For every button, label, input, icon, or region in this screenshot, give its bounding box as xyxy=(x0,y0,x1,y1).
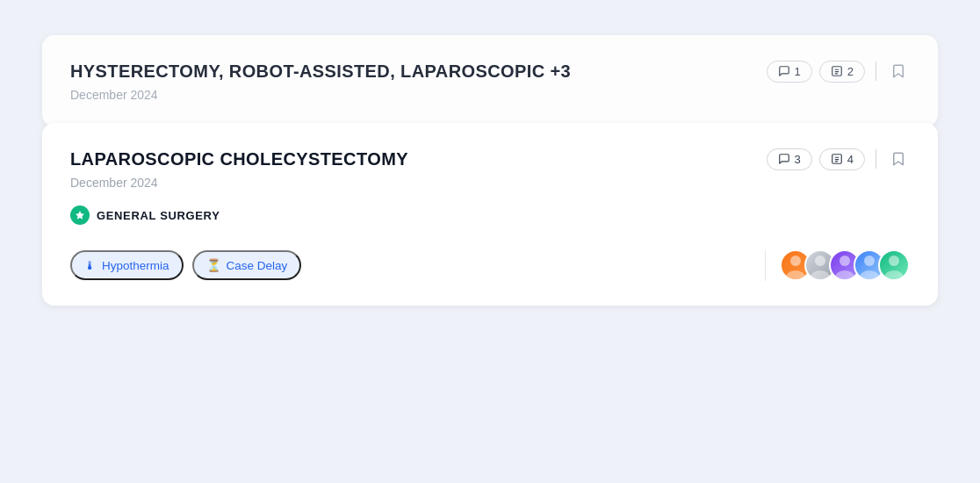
svg-point-10 xyxy=(786,270,805,279)
card-title-hysterectomy: HYSTERECTOMY, ROBOT-ASSISTED, LAPAROSCOP… xyxy=(70,61,571,82)
svg-marker-8 xyxy=(76,211,84,220)
comments-count-main: 3 xyxy=(795,153,801,166)
svg-point-12 xyxy=(811,270,830,279)
svg-point-11 xyxy=(815,256,825,266)
cards-container: HYSTERECTOMY, ROBOT-ASSISTED, LAPAROSCOP… xyxy=(42,26,938,306)
tag-casedelay-label: Case Delay xyxy=(227,259,288,272)
footer-divider xyxy=(765,249,766,281)
specialty-icon xyxy=(70,205,90,225)
avatars-row xyxy=(765,249,910,281)
card-date-main: December 2024 xyxy=(70,176,910,190)
bookmark-button-main[interactable] xyxy=(887,148,910,170)
svg-point-16 xyxy=(860,270,879,279)
avatar-group xyxy=(780,249,910,281)
specialty-label: GENERAL SURGERY xyxy=(97,209,220,222)
documents-badge[interactable]: 2 xyxy=(819,61,865,83)
hourglass-icon: ⏳ xyxy=(206,258,221,272)
specialty-row: GENERAL SURGERY xyxy=(70,205,910,225)
comments-badge[interactable]: 1 xyxy=(767,61,812,83)
comments-count: 1 xyxy=(795,65,801,78)
comments-badge-main[interactable]: 3 xyxy=(767,148,812,170)
tag-case-delay[interactable]: ⏳ Case Delay xyxy=(192,250,302,280)
svg-point-9 xyxy=(790,256,801,266)
card-actions: 1 2 xyxy=(767,60,910,83)
divider xyxy=(876,61,876,81)
documents-count-main: 4 xyxy=(847,153,854,166)
avatar-5 xyxy=(878,249,910,281)
svg-point-13 xyxy=(839,256,850,266)
documents-badge-main[interactable]: 4 xyxy=(819,148,865,170)
card-date-hysterectomy: December 2024 xyxy=(70,88,910,102)
documents-count: 2 xyxy=(847,65,854,78)
svg-point-14 xyxy=(835,270,854,279)
tag-hypothermia[interactable]: 🌡 Hypothermia xyxy=(70,250,184,280)
card-header: HYSTERECTOMY, ROBOT-ASSISTED, LAPAROSCOP… xyxy=(70,60,910,83)
tag-hypothermia-label: Hypothermia xyxy=(102,259,169,272)
divider-main xyxy=(876,149,876,169)
card-actions-main: 3 4 xyxy=(767,148,910,170)
thermometer-icon: 🌡 xyxy=(84,259,97,272)
card-title-cholecystectomy: LAPAROSCOPIC CHOLECYSTECTOMY xyxy=(70,149,408,169)
svg-point-17 xyxy=(889,256,899,266)
svg-point-18 xyxy=(884,270,904,279)
tags-row: 🌡 Hypothermia ⏳ Case Delay xyxy=(70,250,301,280)
card-hysterectomy: HYSTERECTOMY, ROBOT-ASSISTED, LAPAROSCOP… xyxy=(42,35,938,126)
card-cholecystectomy: LAPAROSCOPIC CHOLECYSTECTOMY 3 4 xyxy=(42,123,938,306)
svg-point-15 xyxy=(864,256,875,266)
bookmark-button[interactable] xyxy=(887,60,910,83)
card-header-main: LAPAROSCOPIC CHOLECYSTECTOMY 3 4 xyxy=(70,148,910,170)
card-footer: 🌡 Hypothermia ⏳ Case Delay xyxy=(70,249,910,281)
